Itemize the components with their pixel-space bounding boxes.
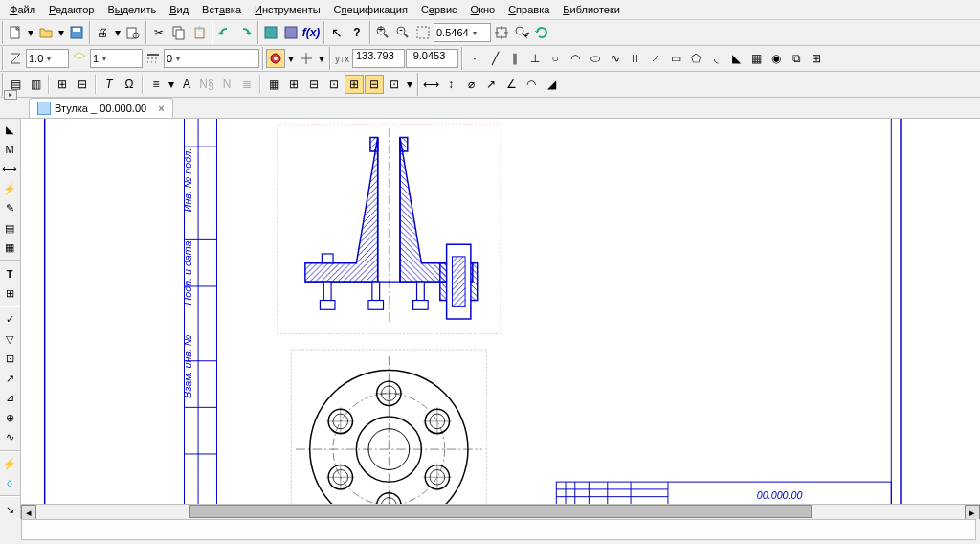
tbl-4-button[interactable]: ⊡ — [324, 75, 344, 94]
zoom-combo[interactable]: 0.5464▾ — [434, 23, 491, 42]
geom-spline-button[interactable]: ∿ — [606, 49, 625, 68]
menu-tools[interactable]: Инструменты — [249, 2, 326, 17]
menu-insert[interactable]: Вставка — [196, 2, 247, 17]
zoom-previous-button[interactable]: ↶ — [512, 23, 531, 42]
tool-construct-icon[interactable]: ✎ — [0, 199, 19, 217]
zoom-in-button[interactable]: + — [373, 23, 392, 42]
tool-m-icon[interactable]: M — [0, 140, 19, 158]
paste-button[interactable]: 📋 — [189, 23, 209, 42]
snap-dropdown[interactable]: ▾ — [286, 49, 296, 68]
spec-dropdown[interactable]: ▾ — [405, 75, 414, 94]
tool-mark-icon[interactable]: ⊿ — [0, 389, 19, 407]
menu-libs[interactable]: Библиотеки — [557, 2, 626, 17]
geom-perpendicular-button[interactable]: ⊥ — [525, 49, 545, 68]
tool-base-icon[interactable]: ▽ — [0, 330, 19, 349]
geom-bezier-button[interactable]: Ⲽ — [626, 49, 645, 68]
n-button[interactable]: N — [217, 75, 236, 94]
manager-button[interactable] — [261, 23, 280, 42]
view-3-button[interactable]: ⊞ — [53, 75, 72, 94]
geom-circle-button[interactable]: ○ — [546, 49, 565, 68]
refresh-button[interactable] — [532, 23, 551, 42]
menu-editor[interactable]: Редактор — [43, 2, 100, 17]
menu-select[interactable]: Выделить — [101, 2, 162, 17]
dim-radial-button[interactable]: ↗ — [481, 75, 501, 94]
tool-text-icon[interactable]: T — [0, 264, 19, 283]
ns-button[interactable]: N§ — [197, 75, 216, 94]
tool-leader-icon[interactable]: ↗ — [0, 370, 19, 388]
redo-button[interactable] — [235, 23, 255, 42]
menu-help[interactable]: Справка — [502, 2, 555, 17]
scroll-thumb[interactable] — [189, 505, 812, 518]
dim-auto-button[interactable]: ↕ — [441, 75, 460, 94]
help-button[interactable]: ? — [347, 23, 367, 42]
table-button[interactable]: ▦ — [264, 75, 283, 94]
zoom-out-button[interactable]: - — [393, 23, 412, 42]
select-button[interactable]: ↖ — [327, 23, 346, 42]
tool-arrow-icon[interactable]: ↘ — [0, 500, 19, 518]
geom-chamfer-button[interactable]: ◣ — [726, 49, 746, 68]
tool-seam-icon[interactable]: ◊ — [0, 474, 19, 492]
cut-button[interactable]: ✂ — [149, 23, 168, 42]
layer-button[interactable] — [70, 49, 89, 68]
print-button[interactable]: 🖨 — [93, 23, 112, 42]
align-dropdown[interactable]: ▾ — [167, 75, 176, 94]
tool-center-icon[interactable]: ⊕ — [0, 409, 19, 427]
text-button[interactable]: T — [100, 75, 119, 94]
scroll-left-icon[interactable]: ◂ — [21, 505, 36, 519]
spec-button[interactable]: ⊡ — [385, 75, 404, 94]
ortho-dropdown[interactable]: ▾ — [317, 49, 326, 68]
menu-spec[interactable]: Спецификация — [328, 2, 413, 17]
font-button[interactable]: A — [177, 75, 196, 94]
properties-button[interactable] — [281, 23, 301, 42]
geom-contour-button[interactable]: ◉ — [767, 49, 786, 68]
tool-parametr-icon[interactable]: ▤ — [0, 218, 19, 237]
list-button[interactable]: ≣ — [237, 75, 256, 94]
geom-hatch-button[interactable]: ▦ — [746, 49, 766, 68]
tool-measure-icon[interactable]: ▦ — [0, 238, 19, 257]
scale-combo[interactable]: 1.0▾ — [26, 49, 69, 68]
menu-view[interactable]: Вид — [164, 2, 194, 17]
tool-rough-icon[interactable]: ✓ — [0, 310, 19, 329]
tool-table-icon[interactable]: ⊞ — [0, 284, 19, 303]
geom-arc-button[interactable]: ◠ — [566, 49, 585, 68]
dim-diameter-button[interactable]: ⌀ — [461, 75, 480, 94]
view-4-button[interactable]: ⊟ — [73, 75, 92, 94]
menu-file[interactable]: Файл — [4, 2, 41, 17]
zoom-fit-button[interactable] — [492, 23, 511, 42]
dim-angle-button[interactable]: ∠ — [501, 75, 521, 94]
doc-tab-active[interactable]: Втулка _ 00.000.00 × — [29, 98, 173, 118]
geom-point-button[interactable]: · — [465, 49, 484, 68]
tool-dims-icon[interactable]: ⟷ — [0, 160, 19, 178]
tbl-2-button[interactable]: ⊞ — [284, 75, 303, 94]
dim-chamfer-button[interactable]: ◢ — [542, 75, 561, 94]
open-button[interactable] — [36, 23, 56, 42]
menu-window[interactable]: Окно — [465, 2, 501, 17]
geom-polygon-button[interactable]: ⬠ — [686, 49, 705, 68]
snap-button[interactable] — [6, 49, 25, 68]
tool-wave-icon[interactable]: ∿ — [0, 428, 19, 446]
tbl-active-button[interactable]: ⊞ — [345, 75, 364, 94]
panel-handle[interactable]: ▸ — [4, 90, 17, 100]
geom-fillet-button[interactable]: ◟ — [706, 49, 725, 68]
print-dropdown[interactable]: ▾ — [113, 23, 122, 42]
omega-button[interactable]: Ω — [120, 75, 139, 94]
view-2-button[interactable]: ▥ — [26, 75, 45, 94]
copy-button[interactable] — [169, 23, 189, 42]
geom-polyline-button[interactable]: ⟋ — [646, 49, 665, 68]
scroll-right-icon[interactable]: ▸ — [965, 505, 980, 519]
menu-service[interactable]: Сервис — [415, 2, 463, 17]
style-combo[interactable]: 0▾ — [164, 49, 259, 68]
print-preview-button[interactable] — [123, 23, 143, 42]
tbl-3-button[interactable]: ⊟ — [304, 75, 323, 94]
geom-line-button[interactable]: ╱ — [485, 49, 504, 68]
new-dropdown[interactable]: ▾ — [26, 23, 35, 42]
align-button[interactable]: ≡ — [146, 75, 166, 94]
new-button[interactable] — [6, 23, 25, 42]
geom-parallel-button[interactable]: ∥ — [505, 49, 524, 68]
zoom-window-button[interactable] — [413, 23, 433, 42]
dim-linear-button[interactable]: ⟷ — [421, 75, 440, 94]
save-button[interactable] — [67, 23, 86, 42]
tool-geom-icon[interactable]: ◣ — [0, 121, 19, 139]
snap-toggle-button[interactable] — [266, 49, 285, 68]
open-dropdown[interactable]: ▾ — [56, 23, 66, 42]
